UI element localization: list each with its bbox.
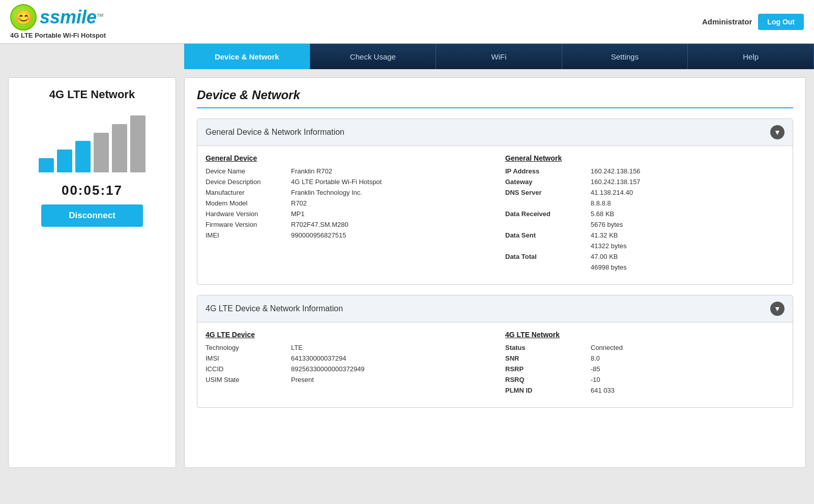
general-section-title: General Device & Network Information — [206, 128, 344, 137]
signal-bar-2 — [57, 150, 72, 172]
nav-item-help[interactable]: Help — [688, 44, 814, 69]
lte-network-col: 4G LTE Network Status Connected SNR 8.0 … — [505, 331, 784, 397]
status-value: Connected — [591, 344, 623, 351]
imei-label: IMEI — [206, 231, 287, 239]
nav-item-wifi[interactable]: WiFi — [436, 44, 562, 69]
lte-device-col: 4G LTE Device Technology LTE IMSI 641330… — [206, 331, 485, 397]
sidebar-title: 4G LTE Network — [49, 88, 135, 101]
data-sent-bytes-label — [505, 242, 587, 250]
device-desc-label: Device Description — [206, 178, 287, 186]
usim-state-label: USIM State — [206, 376, 287, 383]
gateway-row: Gateway 160.242.138.157 — [505, 178, 784, 186]
signal-bar-5 — [112, 124, 127, 172]
content-area: Device & Network General Device & Networ… — [184, 77, 806, 468]
device-name-row: Device Name Franklin R702 — [206, 167, 485, 175]
nav: Device & Network Check Usage WiFi Settin… — [184, 44, 814, 69]
lte-section-title: 4G LTE Device & Network Information — [206, 304, 343, 313]
lte-section-toggle[interactable]: ▼ — [770, 302, 784, 316]
imsi-value: 641330000037294 — [291, 354, 346, 362]
status-row: Status Connected — [505, 344, 784, 351]
hardware-version-label: Hardware Version — [206, 210, 287, 218]
general-device-col: General Device Device Name Franklin R702… — [206, 154, 485, 274]
firmware-version-row: Firmware Version R702F47.SM.M280 — [206, 221, 485, 228]
lte-network-col-title: 4G LTE Network — [505, 331, 784, 339]
lte-section-header: 4G LTE Device & Network Information ▼ — [197, 295, 793, 322]
data-total-bytes-value: 46998 bytes — [591, 263, 627, 271]
imei-row: IMEI 990000956827515 — [206, 231, 485, 239]
iccid-row: ICCID 89256330000000372949 — [206, 365, 485, 373]
header: 😊 ssmileTM 4G LTE Portable Wi-Fi Hotspot… — [0, 0, 814, 44]
imsi-label: IMSI — [206, 354, 287, 362]
data-total-bytes-label — [505, 263, 587, 271]
imsi-row: IMSI 641330000037294 — [206, 354, 485, 362]
logo-img: 😊 ssmileTM — [10, 4, 103, 31]
status-label: Status — [505, 344, 587, 351]
lte-section: 4G LTE Device & Network Information ▼ 4G… — [197, 295, 793, 408]
technology-value: LTE — [291, 344, 303, 351]
data-sent-row: Data Sent 41.32 KB — [505, 231, 784, 239]
rsrp-row: RSRP -85 — [505, 365, 784, 373]
lte-device-col-title: 4G LTE Device — [206, 331, 485, 339]
ip-address-row: IP Address 160.242.138.156 — [505, 167, 784, 175]
data-sent-label: Data Sent — [505, 231, 587, 239]
logout-button[interactable]: Log Out — [758, 14, 804, 30]
dns-server-value: 41.138.214.40 — [591, 189, 633, 196]
technology-label: Technology — [206, 344, 287, 351]
admin-label: Administrator — [702, 17, 752, 26]
lte-section-body: 4G LTE Device Technology LTE IMSI 641330… — [197, 322, 793, 407]
usim-state-row: USIM State Present — [206, 376, 485, 383]
technology-row: Technology LTE — [206, 344, 485, 351]
sidebar: 4G LTE Network 00:05:17 Disconnect — [8, 77, 176, 468]
firmware-version-value: R702F47.SM.M280 — [291, 221, 348, 228]
signal-bars — [39, 111, 146, 172]
modem-model-label: Modem Model — [206, 199, 287, 207]
dns-server-2-row: 8.8.8.8 — [505, 199, 784, 207]
header-right: Administrator Log Out — [702, 14, 804, 30]
device-name-label: Device Name — [206, 167, 287, 175]
snr-label: SNR — [505, 354, 587, 362]
device-desc-value: 4G LTE Portable Wi-Fi Hotspot — [291, 178, 382, 186]
ip-address-value: 160.242.138.156 — [591, 167, 641, 175]
data-received-row: Data Received 5.68 KB — [505, 210, 784, 218]
logo-text: ssmileTM — [40, 7, 103, 28]
signal-bar-3 — [75, 141, 91, 172]
imei-value: 990000956827515 — [291, 231, 346, 239]
general-device-col-title: General Device — [206, 154, 485, 162]
plmn-id-label: PLMN ID — [505, 387, 587, 394]
manufacturer-label: Manufacturer — [206, 189, 287, 196]
dns-server-2-value: 8.8.8.8 — [591, 199, 611, 207]
main-layout: 4G LTE Network 00:05:17 Disconnect Devic… — [0, 69, 814, 476]
gateway-label: Gateway — [505, 178, 587, 186]
firmware-version-label: Firmware Version — [206, 221, 287, 228]
nav-item-settings[interactable]: Settings — [562, 44, 688, 69]
disconnect-button[interactable]: Disconnect — [41, 204, 143, 227]
nav-item-check-usage[interactable]: Check Usage — [310, 44, 437, 69]
iccid-value: 89256330000000372949 — [291, 365, 365, 373]
data-received-label: Data Received — [505, 210, 587, 218]
rsrp-value: -85 — [591, 365, 600, 373]
gateway-value: 160.242.138.157 — [591, 178, 641, 186]
device-name-value: Franklin R702 — [291, 167, 332, 175]
nav-item-device-network[interactable]: Device & Network — [184, 44, 310, 69]
rsrq-row: RSRQ -10 — [505, 376, 784, 383]
general-section-toggle[interactable]: ▼ — [770, 125, 784, 139]
general-section-body: General Device Device Name Franklin R702… — [197, 146, 793, 284]
rsrp-label: RSRP — [505, 365, 587, 373]
modem-model-row: Modem Model R702 — [206, 199, 485, 207]
dns-server-row: DNS Server 41.138.214.40 — [505, 189, 784, 196]
modem-model-value: R702 — [291, 199, 307, 207]
signal-bar-6 — [130, 115, 146, 172]
data-received-bytes-value: 5676 bytes — [591, 221, 623, 228]
usim-state-value: Present — [291, 376, 314, 383]
snr-row: SNR 8.0 — [505, 354, 784, 362]
hardware-version-row: Hardware Version MP1 — [206, 210, 485, 218]
data-sent-bytes-row: 41322 bytes — [505, 242, 784, 250]
manufacturer-value: Franklin Technology Inc. — [291, 189, 362, 196]
plmn-id-value: 641 033 — [591, 387, 615, 394]
device-desc-row: Device Description 4G LTE Portable Wi-Fi… — [206, 178, 485, 186]
logo-area: 😊 ssmileTM 4G LTE Portable Wi-Fi Hotspot — [10, 4, 106, 39]
data-total-label: Data Total — [505, 253, 587, 260]
general-network-col-title: General Network — [505, 154, 784, 162]
data-received-bytes-row: 5676 bytes — [505, 221, 784, 228]
rsrq-label: RSRQ — [505, 376, 587, 383]
